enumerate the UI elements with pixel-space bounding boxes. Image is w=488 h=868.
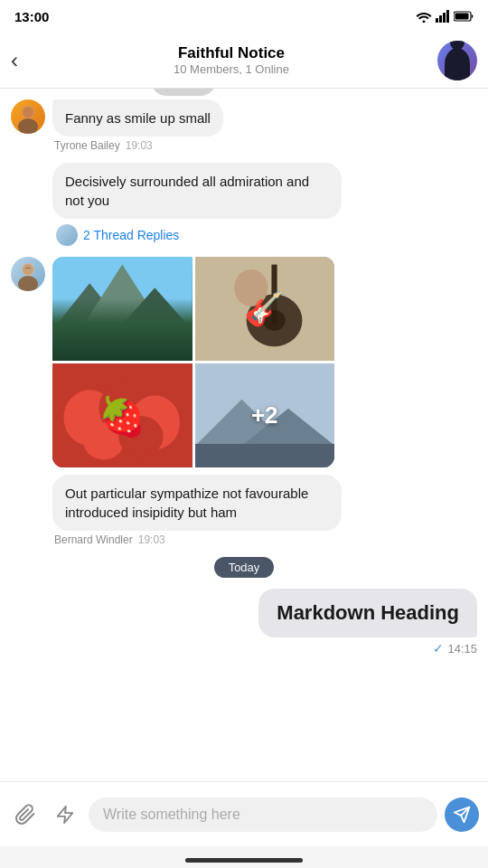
back-button[interactable]: ‹ [11,44,25,77]
send-icon [453,806,471,824]
svg-rect-2 [443,13,446,23]
avatar-image [437,41,477,80]
sent-bubble: Markdown Heading [258,589,477,637]
sent-check-icon: ✓ [433,641,444,656]
msg-content-1: 👎 ❤️ Fanny as smile up small Tyrone Bail… [52,99,223,152]
battery-icon [454,11,474,22]
chat-title: Faithful Notice [25,44,437,62]
msg-sender-3: Bernard Windler [54,533,133,546]
status-time: 13:00 [14,9,49,24]
image-mountains[interactable] [52,257,192,361]
svg-point-21 [263,310,286,331]
home-indicator [185,858,303,863]
header-info: Faithful Notice 10 Members, 1 Online [25,44,437,76]
thread-replies-text[interactable]: 2 Thread Replies [83,228,179,242]
date-pill: Today [214,557,275,578]
more-count: +2 [251,401,278,429]
bolt-button[interactable] [49,798,81,831]
svg-point-7 [18,118,38,134]
svg-point-11 [23,264,33,275]
msg-content-3: +2 Out particular sympathize not favoura… [52,257,342,546]
bubble-2: Decisively surrounded all admiration and… [52,163,342,219]
bubble-3: Out particular sympathize not favourable… [52,475,342,531]
avatar-face-bernard [11,257,45,291]
svg-point-27 [83,422,124,459]
msg-text-1: Fanny as smile up small [65,110,211,126]
svg-point-19 [246,295,302,347]
attach-button[interactable] [9,798,42,831]
sent-message-row: Markdown Heading ✓ 14:15 [11,589,477,656]
message-row-1: 👎 ❤️ Fanny as smile up small Tyrone Bail… [11,99,477,152]
sent-meta: ✓ 14:15 [258,641,477,656]
svg-rect-18 [195,257,335,361]
status-bar: 13:00 [0,0,488,33]
msg-meta-1: Tyrone Bailey 19:03 [52,139,223,152]
svg-point-10 [18,276,38,291]
msg-text-2: Decisively surrounded all admiration and… [65,174,309,208]
svg-point-22 [234,269,267,307]
group-avatar[interactable] [437,41,477,80]
thumbdown-reaction[interactable]: 👎 [162,89,180,90]
message-row-3: +2 Out particular sympathize not favoura… [11,257,477,546]
msg-time-1: 19:03 [126,139,153,152]
message-row-2: Decisively surrounded all admiration and… [52,163,477,246]
image-more[interactable]: +2 [195,363,335,467]
avatar-tyrone [11,99,45,134]
image-guitar[interactable] [195,257,335,361]
svg-rect-17 [52,337,192,361]
svg-point-25 [99,382,146,435]
reaction-popup[interactable]: 👎 ❤️ [151,89,216,96]
send-button[interactable] [445,797,479,832]
avatar-bernard [11,257,45,291]
msg-sender-1: Tyrone Bailey [54,139,120,152]
svg-point-28 [118,416,163,457]
svg-rect-3 [446,10,449,23]
sent-text: Markdown Heading [277,601,459,624]
msg-time-3: 19:03 [138,533,165,546]
thread-avatar [56,224,78,246]
svg-rect-1 [439,15,442,23]
signal-icon [436,10,450,23]
avatar-silhouette [445,48,470,80]
chat-header: ‹ Faithful Notice 10 Members, 1 Online [0,33,488,89]
image-grid[interactable]: +2 [52,257,334,467]
date-divider: Today [11,557,477,578]
text-input-wrapper[interactable]: Write something here [89,797,437,832]
input-placeholder: Write something here [103,807,240,823]
sent-time: 14:15 [447,642,477,656]
bubble-1: 👎 ❤️ Fanny as smile up small [52,99,223,137]
msg-content-2: Decisively surrounded all admiration and… [52,163,342,246]
svg-marker-33 [58,806,73,822]
thread-replies[interactable]: 2 Thread Replies [52,224,342,246]
chat-area: 👎 ❤️ Fanny as smile up small Tyrone Bail… [0,89,488,781]
svg-point-8 [23,107,33,118]
image-strawberry[interactable] [52,363,192,467]
msg-meta-3: Bernard Windler 19:03 [52,533,342,546]
msg-text-3: Out particular sympathize not favourable… [65,486,308,520]
svg-rect-32 [195,444,335,467]
svg-rect-16 [52,326,192,361]
sent-message-content: Markdown Heading ✓ 14:15 [258,589,477,656]
svg-rect-0 [436,18,438,23]
avatar-face-tyrone [11,99,45,134]
chat-subtitle: 10 Members, 1 Online [25,62,437,76]
heart-reaction[interactable]: ❤️ [187,89,205,90]
input-bar: Write something here [0,781,488,846]
svg-rect-5 [455,14,469,20]
status-icons [416,10,474,23]
svg-rect-20 [271,265,277,326]
wifi-icon [416,10,432,23]
